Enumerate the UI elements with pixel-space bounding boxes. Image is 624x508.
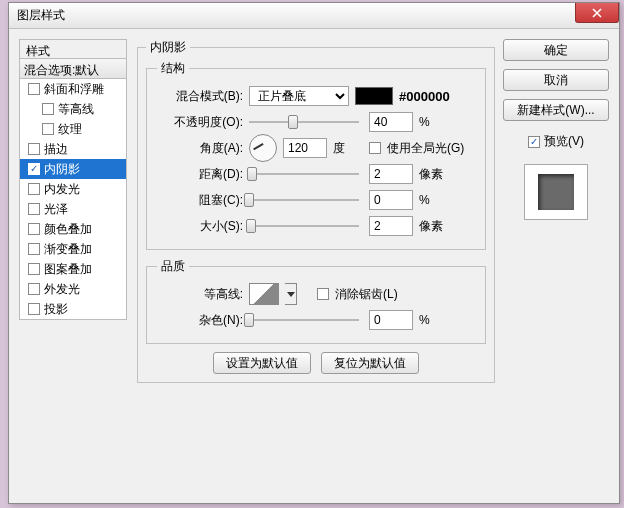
choke-label: 阻塞(C):	[157, 192, 243, 209]
style-item-label: 纹理	[58, 121, 82, 138]
style-item-checkbox[interactable]	[28, 143, 40, 155]
antialias-checkbox[interactable]	[317, 288, 329, 300]
choke-unit: %	[419, 193, 449, 207]
distance-input[interactable]	[369, 164, 413, 184]
color-hex: #000000	[399, 89, 450, 104]
antialias-label: 消除锯齿(L)	[335, 286, 398, 303]
size-input[interactable]	[369, 216, 413, 236]
style-item-10[interactable]: 外发光	[20, 279, 126, 299]
opacity-input[interactable]	[369, 112, 413, 132]
style-item-checkbox[interactable]	[28, 223, 40, 235]
window-title: 图层样式	[17, 7, 65, 24]
preview-label: 预览(V)	[544, 133, 584, 150]
blend-mode-label: 混合模式(B):	[157, 88, 243, 105]
effect-fieldset: 内阴影 结构 混合模式(B): 正片叠底 #000000 不透明度(O):	[137, 39, 495, 383]
blend-options-header[interactable]: 混合选项:默认	[19, 59, 127, 79]
noise-input[interactable]	[369, 310, 413, 330]
style-item-8[interactable]: 渐变叠加	[20, 239, 126, 259]
style-item-checkbox[interactable]	[28, 263, 40, 275]
noise-slider[interactable]	[249, 312, 359, 328]
titlebar: 图层样式	[9, 3, 619, 29]
style-item-checkbox[interactable]	[42, 123, 54, 135]
style-item-3[interactable]: 描边	[20, 139, 126, 159]
quality-group: 品质 等高线: 消除锯齿(L) 杂色(N):	[146, 258, 486, 344]
style-item-checkbox[interactable]	[28, 83, 40, 95]
style-item-label: 光泽	[44, 201, 68, 218]
distance-unit: 像素	[419, 166, 449, 183]
size-unit: 像素	[419, 218, 449, 235]
preview-checkbox[interactable]	[528, 136, 540, 148]
opacity-slider[interactable]	[249, 114, 359, 130]
opacity-label: 不透明度(O):	[157, 114, 243, 131]
contour-dropdown[interactable]	[285, 283, 297, 305]
style-item-label: 图案叠加	[44, 261, 92, 278]
style-item-5[interactable]: 内发光	[20, 179, 126, 199]
style-item-4[interactable]: 内阴影	[20, 159, 126, 179]
style-item-label: 等高线	[58, 101, 94, 118]
layer-style-dialog: 图层样式 样式 混合选项:默认 斜面和浮雕等高线纹理描边内阴影内发光光泽颜色叠加…	[8, 2, 620, 504]
size-label: 大小(S):	[157, 218, 243, 235]
style-item-label: 描边	[44, 141, 68, 158]
angle-label: 角度(A):	[157, 140, 243, 157]
style-list: 样式 混合选项:默认 斜面和浮雕等高线纹理描边内阴影内发光光泽颜色叠加渐变叠加图…	[19, 39, 127, 320]
reset-default-button[interactable]: 复位为默认值	[321, 352, 419, 374]
size-slider[interactable]	[249, 218, 359, 234]
effect-panel: 内阴影 结构 混合模式(B): 正片叠底 #000000 不透明度(O):	[137, 39, 495, 391]
close-icon	[592, 8, 602, 18]
style-item-7[interactable]: 颜色叠加	[20, 219, 126, 239]
angle-input[interactable]	[283, 138, 327, 158]
structure-legend: 结构	[157, 60, 189, 77]
right-column: 确定 取消 新建样式(W)... 预览(V)	[503, 39, 609, 220]
noise-label: 杂色(N):	[157, 312, 243, 329]
style-item-label: 斜面和浮雕	[44, 81, 104, 98]
style-item-label: 内阴影	[44, 161, 80, 178]
style-list-header: 样式	[19, 39, 127, 59]
preview-thumbnail	[538, 174, 574, 210]
distance-label: 距离(D):	[157, 166, 243, 183]
chevron-down-icon	[287, 292, 295, 297]
style-item-checkbox[interactable]	[28, 183, 40, 195]
color-swatch[interactable]	[355, 87, 393, 105]
noise-unit: %	[419, 313, 449, 327]
style-item-1[interactable]: 等高线	[20, 99, 126, 119]
structure-group: 结构 混合模式(B): 正片叠底 #000000 不透明度(O): %	[146, 60, 486, 250]
style-item-label: 投影	[44, 301, 68, 318]
style-item-checkbox[interactable]	[42, 103, 54, 115]
style-item-label: 内发光	[44, 181, 80, 198]
style-item-11[interactable]: 投影	[20, 299, 126, 319]
opacity-unit: %	[419, 115, 449, 129]
style-item-label: 渐变叠加	[44, 241, 92, 258]
preview-box	[524, 164, 588, 220]
contour-swatch[interactable]	[249, 283, 279, 305]
contour-label: 等高线:	[157, 286, 243, 303]
style-item-checkbox[interactable]	[28, 243, 40, 255]
cancel-button[interactable]: 取消	[503, 69, 609, 91]
distance-slider[interactable]	[249, 166, 359, 182]
style-item-label: 外发光	[44, 281, 80, 298]
choke-slider[interactable]	[249, 192, 359, 208]
global-light-label: 使用全局光(G)	[387, 140, 464, 157]
style-item-checkbox[interactable]	[28, 303, 40, 315]
make-default-button[interactable]: 设置为默认值	[213, 352, 311, 374]
angle-dial[interactable]	[249, 134, 277, 162]
angle-unit: 度	[333, 140, 363, 157]
style-item-6[interactable]: 光泽	[20, 199, 126, 219]
style-item-2[interactable]: 纹理	[20, 119, 126, 139]
style-item-label: 颜色叠加	[44, 221, 92, 238]
style-item-checkbox[interactable]	[28, 163, 40, 175]
effect-title: 内阴影	[146, 39, 190, 56]
style-item-0[interactable]: 斜面和浮雕	[20, 79, 126, 99]
blend-mode-select[interactable]: 正片叠底	[249, 86, 349, 106]
choke-input[interactable]	[369, 190, 413, 210]
new-style-button[interactable]: 新建样式(W)...	[503, 99, 609, 121]
close-button[interactable]	[575, 3, 619, 23]
style-item-checkbox[interactable]	[28, 283, 40, 295]
style-item-9[interactable]: 图案叠加	[20, 259, 126, 279]
ok-button[interactable]: 确定	[503, 39, 609, 61]
style-item-checkbox[interactable]	[28, 203, 40, 215]
global-light-checkbox[interactable]	[369, 142, 381, 154]
quality-legend: 品质	[157, 258, 189, 275]
